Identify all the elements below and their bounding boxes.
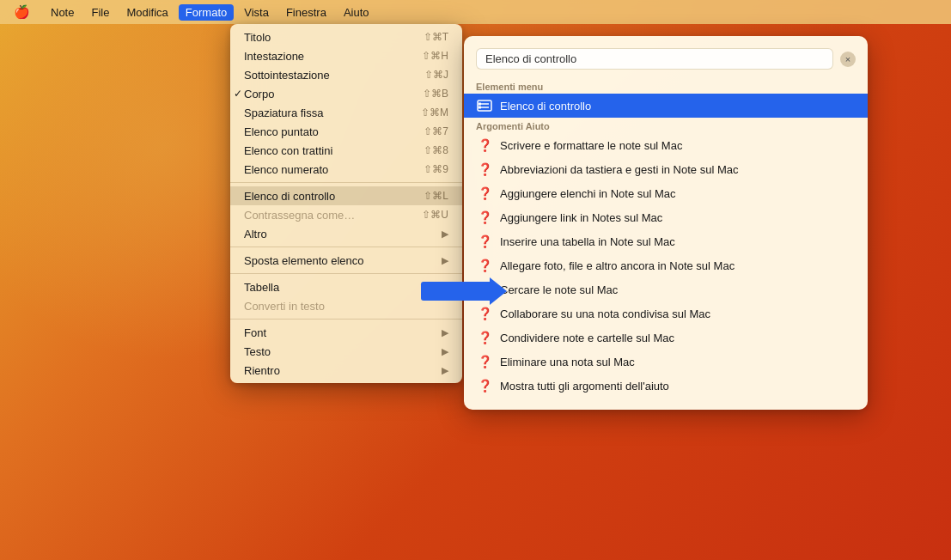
question-icon-10: ❓ xyxy=(476,353,493,370)
submenu-arrow: ▶ xyxy=(442,228,448,240)
help-item-label-11: Mostra tutti gli argomenti dell'aiuto xyxy=(500,380,669,393)
menu-item-elenco-puntato[interactable]: Elenco puntato ⇧⌘7 xyxy=(230,122,462,141)
svg-rect-0 xyxy=(478,100,491,111)
menubar: 🍎 Note File Modifica Formato Vista Fines… xyxy=(0,0,951,24)
help-item-elenco-controllo[interactable]: Elenco di controllo xyxy=(464,94,868,118)
help-item-4[interactable]: ❓ Aggiungere link in Notes sul Mac xyxy=(464,205,868,229)
menu-item-altro[interactable]: Altro ▶ xyxy=(230,224,462,243)
menu-item-tabella[interactable]: Tabella ⌥⌘T xyxy=(230,277,462,296)
help-item-5[interactable]: ❓ Inserire una tabella in Note sul Mac xyxy=(464,229,868,253)
help-item-label-8: Collaborare su una nota condivisa sul Ma… xyxy=(500,307,710,320)
menu-item-font[interactable]: Font ▶ xyxy=(230,323,462,342)
question-icon-2: ❓ xyxy=(476,161,493,178)
submenu-arrow-font: ▶ xyxy=(442,327,448,338)
separator-2 xyxy=(230,247,462,247)
separator-4 xyxy=(230,319,462,320)
question-icon-4: ❓ xyxy=(476,209,493,226)
menubar-note[interactable]: Note xyxy=(44,4,81,21)
help-item-label-3: Aggiungere elenchi in Note sul Mac xyxy=(500,187,676,200)
question-icon-8: ❓ xyxy=(476,305,493,322)
submenu-arrow-rientro: ▶ xyxy=(442,365,448,376)
popup-header: Elenco di controllo × xyxy=(464,48,868,78)
menu-item-rientro[interactable]: Rientro ▶ xyxy=(230,361,462,380)
menu-item-elenco-trattini[interactable]: Elenco con trattini ⇧⌘8 xyxy=(230,141,462,160)
menu-item-intestazione[interactable]: Intestazione ⇧⌘H xyxy=(230,46,462,65)
help-item-2[interactable]: ❓ Abbreviazioni da tastiera e gesti in N… xyxy=(464,157,868,181)
menubar-file[interactable]: File xyxy=(84,4,116,21)
help-item-11[interactable]: ❓ Mostra tutti gli argomenti dell'aiuto xyxy=(464,374,868,398)
search-value: Elenco di controllo xyxy=(485,52,576,65)
question-icon-9: ❓ xyxy=(476,329,493,346)
separator-3 xyxy=(230,273,462,274)
check-mark: ✓ xyxy=(234,88,242,100)
help-item-label-10: Eliminare una nota sul Mac xyxy=(500,356,635,368)
help-item-3[interactable]: ❓ Aggiungere elenchi in Note sul Mac xyxy=(464,181,868,205)
help-item-8[interactable]: ❓ Collaborare su una nota condivisa sul … xyxy=(464,301,868,326)
search-box: Elenco di controllo xyxy=(476,48,833,70)
menu-item-titolo[interactable]: Titolo ⇧⌘T xyxy=(230,27,462,46)
desktop: 🍎 Note File Modifica Formato Vista Fines… xyxy=(0,0,951,560)
checklist-icon xyxy=(476,97,493,114)
svg-rect-4 xyxy=(479,107,481,109)
help-item-label-9: Condividere note e cartelle sul Mac xyxy=(500,332,674,344)
submenu-arrow-2: ▶ xyxy=(442,255,448,266)
help-item-10[interactable]: ❓ Eliminare una nota sul Mac xyxy=(464,350,868,374)
apple-menu[interactable]: 🍎 xyxy=(7,3,37,21)
help-item-label-1: Scrivere e formattare le note sul Mac xyxy=(500,139,682,152)
menu-item-converti-testo: Converti in testo xyxy=(230,296,462,315)
svg-rect-3 xyxy=(479,103,481,106)
submenu-arrow-testo: ▶ xyxy=(442,346,448,357)
help-item-label-4: Aggiungere link in Notes sul Mac xyxy=(500,211,662,224)
menubar-aiuto[interactable]: Aiuto xyxy=(337,4,376,21)
help-item-label: Elenco di controllo xyxy=(500,100,591,113)
menu-item-contrassegna: Contrassegna come… ⇧⌘U xyxy=(230,205,462,224)
help-item-7[interactable]: ❓ Cercare le note sul Mac xyxy=(464,277,868,301)
help-item-1[interactable]: ❓ Scrivere e formattare le note sul Mac xyxy=(464,133,868,157)
section-label-argomenti: Argomenti Aiuto xyxy=(464,118,868,133)
question-icon-6: ❓ xyxy=(476,257,493,274)
menubar-modifica[interactable]: Modifica xyxy=(119,4,174,21)
section-label-elementi: Elementi menu xyxy=(464,78,868,94)
menubar-formato[interactable]: Formato xyxy=(179,4,234,21)
menu-item-elenco-controllo[interactable]: Elenco di controllo ⇧⌘L xyxy=(230,186,462,205)
menu-item-elenco-numerato[interactable]: Elenco numerato ⇧⌘9 xyxy=(230,160,462,179)
help-item-9[interactable]: ❓ Condividere note e cartelle sul Mac xyxy=(464,326,868,350)
separator-1 xyxy=(230,182,462,183)
question-icon-3: ❓ xyxy=(476,185,493,202)
formato-dropdown-menu: Titolo ⇧⌘T Intestazione ⇧⌘H Sottointesta… xyxy=(230,24,462,383)
question-icon-5: ❓ xyxy=(476,233,493,250)
help-item-label-7: Cercare le note sul Mac xyxy=(500,283,618,296)
help-item-label-5: Inserire una tabella in Note sul Mac xyxy=(500,235,675,248)
help-item-label-6: Allegare foto, file e altro ancora in No… xyxy=(500,259,735,272)
close-button[interactable]: × xyxy=(840,52,856,67)
help-item-6[interactable]: ❓ Allegare foto, file e altro ancora in … xyxy=(464,253,868,277)
question-icon-1: ❓ xyxy=(476,137,493,154)
menu-item-testo[interactable]: Testo ▶ xyxy=(230,342,462,361)
menubar-finestra[interactable]: Finestra xyxy=(279,4,333,21)
menu-item-spaziatura-fissa[interactable]: Spaziatura fissa ⇧⌘M xyxy=(230,103,462,122)
menu-item-sposta-elemento[interactable]: Sposta elemento elenco ▶ xyxy=(230,251,462,270)
question-icon-11: ❓ xyxy=(476,377,493,394)
menu-item-corpo[interactable]: ✓ Corpo ⇧⌘B xyxy=(230,84,462,103)
menu-item-sottointestazione[interactable]: Sottointestazione ⇧⌘J xyxy=(230,65,462,84)
question-icon-7: ❓ xyxy=(476,281,493,298)
menubar-vista[interactable]: Vista xyxy=(237,4,276,21)
help-item-label-2: Abbreviazioni da tastiera e gesti in Not… xyxy=(500,163,738,176)
help-popup: Elenco di controllo × Elementi menu Elen… xyxy=(464,36,868,410)
